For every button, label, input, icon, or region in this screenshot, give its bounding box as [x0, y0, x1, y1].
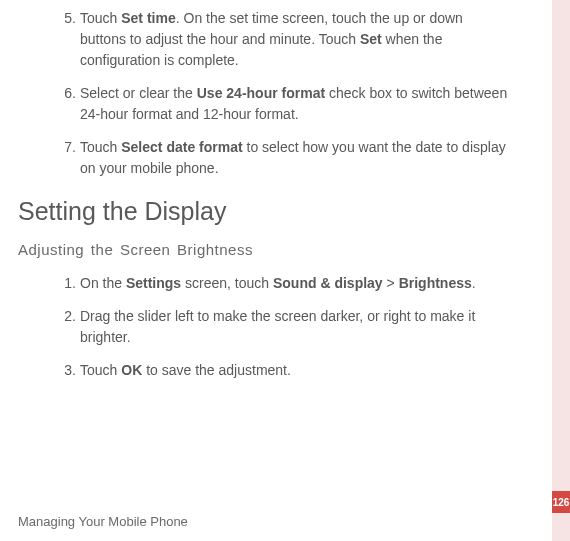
list-item: 2. Drag the slider left to make the scre…: [18, 306, 508, 348]
step-number: 7.: [18, 137, 80, 179]
list-item: 3. Touch OK to save the adjustment.: [18, 360, 508, 381]
step-body: Touch Select date format to select how y…: [80, 137, 508, 179]
step-number: 2.: [18, 306, 80, 348]
step-body: Touch Set time. On the set time screen, …: [80, 8, 508, 71]
step-body: On the Settings screen, touch Sound & di…: [80, 273, 508, 294]
page-number-tab: 126: [552, 491, 570, 513]
step-body: Select or clear the Use 24-hour format c…: [80, 83, 508, 125]
page-content: 5. Touch Set time. On the set time scree…: [0, 0, 538, 381]
sub-heading: Adjusting the Screen Brightness: [18, 239, 508, 262]
step-body: Touch OK to save the adjustment.: [80, 360, 508, 381]
section-heading: Setting the Display: [18, 193, 508, 231]
list-item: 6. Select or clear the Use 24-hour forma…: [18, 83, 508, 125]
side-tab: [552, 0, 570, 541]
page-number: 126: [553, 495, 570, 510]
step-number: 6.: [18, 83, 80, 125]
step-number: 3.: [18, 360, 80, 381]
document-page: 126 5. Touch Set time. On the set time s…: [0, 0, 570, 541]
step-number: 5.: [18, 8, 80, 71]
list-item: 1. On the Settings screen, touch Sound &…: [18, 273, 508, 294]
step-number: 1.: [18, 273, 80, 294]
step-body: Drag the slider left to make the screen …: [80, 306, 508, 348]
list-item: 7. Touch Select date format to select ho…: [18, 137, 508, 179]
steps-list-brightness: 1. On the Settings screen, touch Sound &…: [18, 273, 508, 381]
steps-list-continued: 5. Touch Set time. On the set time scree…: [18, 8, 508, 179]
footer-text: Managing Your Mobile Phone: [18, 512, 188, 532]
list-item: 5. Touch Set time. On the set time scree…: [18, 8, 508, 71]
